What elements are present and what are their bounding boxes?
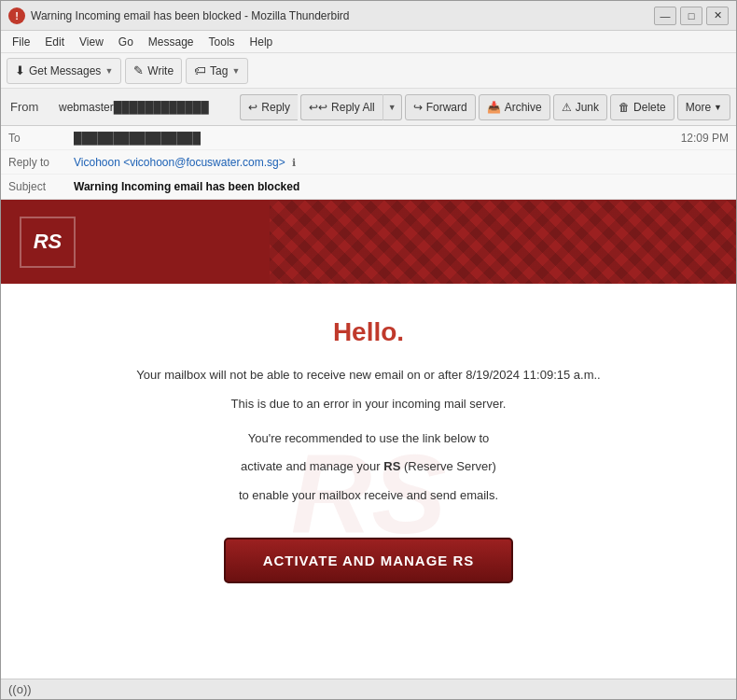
reply-label: Reply	[261, 101, 290, 114]
title-bar-left: ! Warning Incoming email has been blocke…	[8, 7, 350, 24]
subject-row: Subject Warning Incoming email has been …	[1, 175, 736, 199]
reply-split-button: ↩ Reply	[240, 94, 298, 120]
reply-all-icon: ↩↩	[309, 101, 327, 114]
main-window: ! Warning Incoming email has been blocke…	[0, 0, 737, 700]
rs-bold-text: RS	[383, 459, 400, 473]
reply-icon: ↩	[248, 101, 257, 114]
menu-message[interactable]: Message	[141, 34, 202, 50]
body-paragraph-1: Your mailbox will not be able to receive…	[29, 366, 708, 385]
reply-to-name: Vicohoon	[74, 156, 120, 169]
activate-button[interactable]: Activate and Manage RS	[224, 538, 514, 583]
tag-label: Tag	[210, 64, 228, 77]
to-row: To ████████████████ 12:09 PM	[1, 126, 736, 150]
hello-text: Hello.	[29, 317, 708, 347]
reply-to-email: vicohoon@focuswater.com.sg	[130, 156, 279, 169]
tag-dropdown-icon: ▼	[231, 66, 240, 76]
toolbar: ⬇ Get Messages ▼ ✎ Write 🏷 Tag ▼	[1, 53, 736, 89]
email-header: To ████████████████ 12:09 PM Reply to Vi…	[1, 126, 736, 200]
body-paragraph-3: You're recommended to use the link below…	[29, 429, 708, 449]
reply-to-row: Reply to Vicohoon <vicohoon@focuswater.c…	[1, 150, 736, 175]
delete-button[interactable]: 🗑 Delete	[610, 94, 674, 120]
delete-label: Delete	[633, 101, 666, 114]
reply-button[interactable]: ↩ Reply	[240, 94, 298, 120]
status-icon: ((o))	[8, 682, 32, 696]
archive-button[interactable]: 📥 Archive	[479, 94, 550, 120]
reply-all-split-button: ↩↩ Reply All ▼	[300, 94, 402, 120]
window-title: Warning Incoming email has been blocked …	[31, 9, 350, 22]
menu-go[interactable]: Go	[111, 34, 141, 50]
body-paragraph-4: activate and manage your RS (Reserve Ser…	[29, 457, 708, 477]
to-label: To	[8, 132, 74, 145]
menu-bar: File Edit View Go Message Tools Help	[1, 31, 736, 53]
forward-button[interactable]: ↪ Forward	[405, 94, 476, 120]
more-button[interactable]: More ▼	[677, 94, 730, 120]
get-messages-button[interactable]: ⬇ Get Messages ▼	[7, 58, 121, 84]
body-paragraph-2: This is due to an error in your incoming…	[29, 395, 708, 414]
subject-label: Subject	[8, 180, 74, 193]
email-body: RS RS Hello. Your mailbox will not be ab…	[1, 200, 736, 679]
get-messages-icon: ⬇	[15, 63, 25, 77]
window-controls: — □ ✕	[654, 7, 729, 25]
email-action-buttons: ↩ Reply ↩↩ Reply All ▼ ↪ Forward 📥 A	[240, 94, 730, 120]
junk-label: Junk	[576, 101, 599, 114]
get-messages-label: Get Messages	[29, 64, 101, 77]
email-time: 12:09 PM	[681, 132, 729, 145]
paragraph4-text: activate and manage your	[241, 459, 381, 473]
rs-logo-text: RS	[34, 230, 63, 254]
delete-icon: 🗑	[619, 101, 630, 114]
email-content: RS RS Hello. Your mailbox will not be ab…	[1, 200, 736, 679]
body-paragraph-5: to enable your mailbox receive and send …	[29, 486, 708, 506]
rs-logo: RS	[20, 217, 76, 268]
reply-all-dropdown-button[interactable]: ▼	[382, 94, 402, 120]
menu-view[interactable]: View	[72, 34, 111, 50]
rs-banner: RS	[1, 200, 736, 284]
minimize-button[interactable]: —	[654, 7, 676, 25]
status-bar: ((o))	[1, 679, 736, 699]
rs-banner-pattern	[270, 200, 736, 284]
subject-value: Warning Incoming email has been blocked	[74, 180, 729, 193]
paragraph4b-text: (Reserve Server)	[404, 459, 496, 473]
tag-button[interactable]: 🏷 Tag ▼	[186, 58, 248, 84]
menu-tools[interactable]: Tools	[202, 34, 243, 50]
to-value: ████████████████	[74, 132, 681, 145]
archive-icon: 📥	[487, 101, 501, 114]
more-dropdown-icon: ▼	[714, 103, 722, 112]
email-body-inner: RS Hello. Your mailbox will not be able …	[1, 284, 736, 679]
write-button[interactable]: ✎ Write	[125, 58, 182, 84]
archive-label: Archive	[505, 101, 542, 114]
write-icon: ✎	[133, 63, 144, 77]
junk-icon: ⚠	[562, 101, 572, 114]
app-icon: !	[8, 7, 25, 24]
action-bar: From webmaster████████████ ↩ Reply ↩↩ Re…	[1, 89, 736, 126]
from-value: webmaster████████████	[53, 101, 240, 114]
forward-icon: ↪	[413, 101, 423, 114]
more-label: More	[686, 101, 711, 114]
body-content: Hello. Your mailbox will not be able to …	[29, 317, 708, 583]
tag-icon: 🏷	[194, 63, 206, 77]
write-label: Write	[147, 64, 174, 77]
menu-edit[interactable]: Edit	[37, 34, 72, 50]
reply-all-button[interactable]: ↩↩ Reply All	[300, 94, 382, 120]
from-label: From	[7, 100, 53, 114]
maximize-button[interactable]: □	[680, 7, 702, 25]
menu-file[interactable]: File	[5, 34, 37, 50]
reply-to-link[interactable]: Vicohoon <vicohoon@focuswater.com.sg>	[74, 156, 288, 169]
reply-to-label: Reply to	[8, 156, 74, 169]
close-button[interactable]: ✕	[706, 7, 729, 25]
reply-all-label: Reply All	[331, 101, 375, 114]
reply-to-info-icon: ℹ	[292, 157, 296, 168]
title-bar: ! Warning Incoming email has been blocke…	[1, 1, 736, 31]
menu-help[interactable]: Help	[243, 34, 281, 50]
junk-button[interactable]: ⚠ Junk	[553, 94, 607, 120]
forward-label: Forward	[426, 101, 467, 114]
reply-to-value: Vicohoon <vicohoon@focuswater.com.sg> ℹ	[74, 156, 729, 169]
get-messages-dropdown-icon: ▼	[104, 66, 113, 76]
